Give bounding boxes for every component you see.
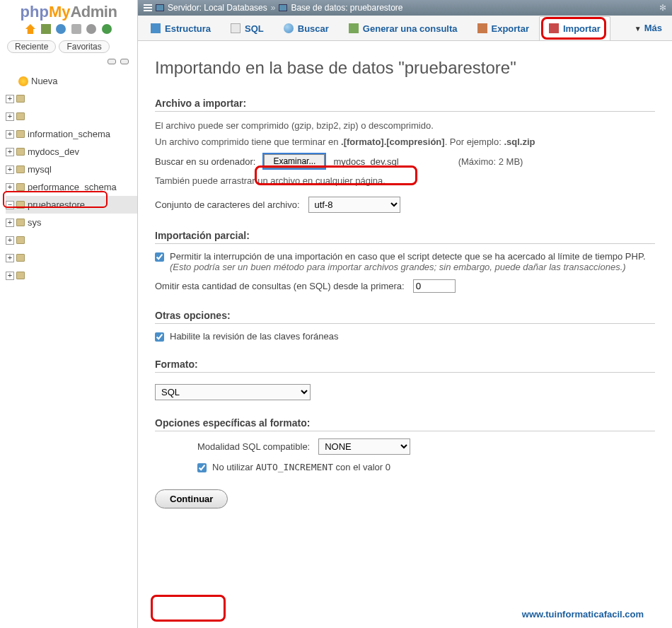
expander-icon[interactable]: − <box>6 201 14 209</box>
tree-empty-5[interactable]: + <box>6 267 137 284</box>
allow-interrupt-checkbox[interactable] <box>155 252 164 262</box>
sql-icon[interactable] <box>71 24 81 34</box>
noauto-label: No utilizar AUTO_INCREMENT con el valor … <box>212 462 390 472</box>
db-label: pruebarestore <box>28 199 85 210</box>
expander-icon[interactable]: + <box>6 272 14 280</box>
skip-row: Omitir esta cantidad de consultas (en SQ… <box>155 279 655 293</box>
tab-label: Generar una consulta <box>363 23 458 34</box>
expander-icon[interactable]: + <box>6 95 14 103</box>
hamburger-icon[interactable] <box>144 4 152 11</box>
tree-db-mydocs-dev[interactable]: +mydocs_dev <box>6 143 137 161</box>
triangle-down-icon: ▼ <box>635 25 642 33</box>
breadcrumb-sep: » <box>271 3 276 13</box>
expander-icon[interactable]: + <box>6 112 14 121</box>
browse-row: Buscar en su ordenador: Examinar... mydo… <box>155 154 655 168</box>
import-icon <box>549 23 559 33</box>
new-db-icon <box>18 76 28 86</box>
tab-label: SQL <box>245 23 264 34</box>
db-icon <box>16 95 25 103</box>
sidebar-tabs: Reciente Favoritas <box>0 39 137 54</box>
db-icon <box>279 4 287 11</box>
expander-icon[interactable]: + <box>6 148 14 156</box>
tab-structure[interactable]: Estructura <box>141 16 221 40</box>
allow-interrupt-label: Permitir la interrupción de una importac… <box>170 251 655 272</box>
expander-icon[interactable]: + <box>6 219 14 227</box>
format-select[interactable]: SQL <box>155 384 311 400</box>
compat-select[interactable]: NONE <box>318 438 410 455</box>
fk-row: Habilite la revisión de las claves forán… <box>155 331 655 342</box>
expander-icon[interactable]: + <box>6 183 14 192</box>
continue-button[interactable]: Continuar <box>155 489 228 508</box>
db-icon <box>16 272 25 279</box>
logout-icon[interactable] <box>41 24 51 34</box>
skip-input[interactable] <box>413 279 456 293</box>
tab-search[interactable]: Buscar <box>274 16 339 40</box>
db-label: performance_schema <box>28 182 117 192</box>
tree-db-sys[interactable]: +sys <box>6 214 137 231</box>
db-icon <box>16 201 25 209</box>
tab-label: Buscar <box>298 23 329 34</box>
tree-empty-1[interactable]: + <box>6 90 137 107</box>
home-icon[interactable] <box>25 24 35 34</box>
db-tree: Nueva + + +information_schema +mydocs_de… <box>0 69 137 284</box>
refresh-icon[interactable] <box>102 24 112 34</box>
tab-favorites[interactable]: Favoritas <box>59 40 109 53</box>
tree-new[interactable]: Nueva <box>6 72 137 90</box>
allow-interrupt-row: Permitir la interrupción de una importac… <box>155 251 655 272</box>
charset-select[interactable]: utf-8 <box>308 197 400 213</box>
logo[interactable]: phpMyAdmin <box>0 0 137 23</box>
expander-icon[interactable]: + <box>6 254 14 262</box>
link-icon[interactable] <box>120 59 129 64</box>
tab-recent[interactable]: Reciente <box>7 40 56 53</box>
query-icon <box>349 23 359 33</box>
browse-button[interactable]: Examinar... <box>264 154 325 168</box>
db-icon <box>16 148 25 156</box>
tree-empty-3[interactable]: + <box>6 231 137 249</box>
desc-compress: El archivo puede ser comprimido (gzip, b… <box>155 119 655 133</box>
db-icon <box>16 112 25 120</box>
tab-export[interactable]: Exportar <box>468 16 539 40</box>
server-icon <box>156 4 164 11</box>
expander-icon[interactable]: + <box>6 165 14 174</box>
section-partial: Importación parcial: Permitir la interru… <box>155 230 655 293</box>
search-icon <box>284 23 294 33</box>
tree-empty-4[interactable]: + <box>6 249 137 267</box>
charset-label: Conjunto de caracteres del archivo: <box>155 199 300 210</box>
tree-empty-2[interactable]: + <box>6 107 137 125</box>
breadcrumb-server[interactable]: Servidor: Local Databases <box>168 3 267 13</box>
legend-other: Otras opciones: <box>155 310 655 324</box>
noauto-row: No utilizar AUTO_INCREMENT con el valor … <box>197 462 655 472</box>
skip-label: Omitir esta cantidad de consultas (en SQ… <box>155 281 405 291</box>
tab-sql[interactable]: SQL <box>221 16 274 40</box>
expander-icon[interactable]: + <box>6 130 14 139</box>
tree-db-pruebarestore[interactable]: −pruebarestore <box>6 196 137 214</box>
breadcrumb-db[interactable]: Base de datos: pruebarestore <box>291 3 402 13</box>
more-label: Más <box>644 23 662 33</box>
logo-my: My <box>49 3 71 21</box>
db-icon <box>16 219 25 226</box>
new-db-label: Nueva <box>31 76 58 86</box>
noauto-checkbox[interactable] <box>197 463 207 472</box>
tree-db-performance-schema[interactable]: +performance_schema <box>6 178 137 196</box>
expander-icon[interactable]: + <box>6 236 14 245</box>
tree-db-mysql[interactable]: +mysql <box>6 161 137 178</box>
settings-icon[interactable] <box>86 24 96 34</box>
tab-import[interactable]: Importar <box>539 16 610 40</box>
collapse-controls <box>0 54 137 69</box>
tab-more[interactable]: ▼Más <box>625 23 672 33</box>
db-label: information_schema <box>28 129 110 139</box>
footer-link[interactable]: www.tuinformaticafacil.com <box>522 609 644 620</box>
fk-checkbox[interactable] <box>155 332 164 342</box>
help-icon[interactable] <box>56 24 66 34</box>
logo-admin: Admin <box>70 3 117 21</box>
format-opts-body: Modalidad SQL compatible: NONE No utiliz… <box>197 438 655 472</box>
tab-query[interactable]: Generar una consulta <box>339 16 468 40</box>
collapse-icon[interactable] <box>108 59 116 64</box>
db-label: mydocs_dev <box>28 146 79 157</box>
charset-row: Conjunto de caracteres del archivo: utf-… <box>155 197 655 213</box>
page-settings-icon[interactable]: ✻ <box>659 3 666 13</box>
section-format-opts: Opciones específicas al formato: Modalid… <box>155 417 655 472</box>
tree-db-information-schema[interactable]: +information_schema <box>6 125 137 143</box>
section-other: Otras opciones: Habilite la revisión de … <box>155 310 655 342</box>
sidebar-toolbar <box>0 23 137 39</box>
